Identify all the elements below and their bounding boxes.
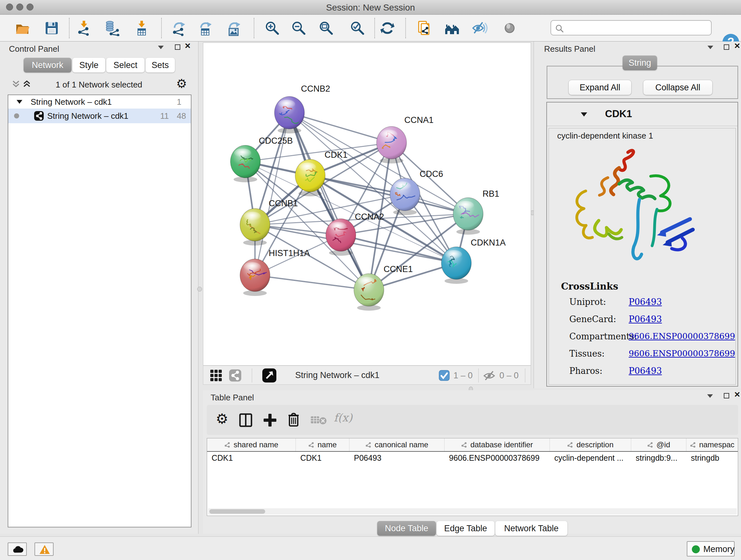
cell-description[interactable]: cyclin-dependent ... xyxy=(550,452,631,464)
zoom-out-icon[interactable] xyxy=(291,20,307,36)
column-header[interactable]: shared name xyxy=(207,438,296,451)
gene-section-header[interactable]: CDK1 xyxy=(547,103,738,126)
tab-style[interactable]: Style xyxy=(72,58,105,72)
column-header[interactable]: @id xyxy=(631,438,686,451)
search-input[interactable] xyxy=(550,20,712,36)
control-panel-float-icon[interactable] xyxy=(175,44,180,50)
results-panel-collapse-icon[interactable] xyxy=(708,46,713,49)
network-node-CCNA1[interactable]: CCNA1 xyxy=(377,115,434,164)
show-columns-icon[interactable] xyxy=(239,413,253,427)
control-panel-collapse-icon[interactable] xyxy=(158,46,164,49)
network-tree-root-row[interactable]: String Network – cdk1 1 xyxy=(8,97,191,107)
crosslink-pharos[interactable]: P06493 xyxy=(629,366,662,376)
zoom-in-icon[interactable] xyxy=(264,20,280,36)
network-canvas[interactable]: CCNB2CCNA1CDC25BCDK1CDC6RB1CCNB1CCNA2CDK… xyxy=(203,43,531,366)
network-node-CDC6[interactable]: CDC6 xyxy=(390,169,443,215)
export-network-icon[interactable] xyxy=(171,20,187,36)
export-image-icon[interactable] xyxy=(226,20,242,36)
cell-canonical-name[interactable]: P06493 xyxy=(349,452,445,464)
network-node-CCNE1[interactable]: CCNE1 xyxy=(354,264,413,311)
tab-string[interactable]: String xyxy=(623,56,657,70)
expand-all-networks-icon[interactable] xyxy=(11,79,20,89)
enhanced-graphics-icon[interactable] xyxy=(472,20,488,36)
hidden-eye-icon[interactable] xyxy=(483,370,495,381)
tab-network[interactable]: Network xyxy=(23,58,71,72)
refresh-layout-icon[interactable] xyxy=(380,20,395,36)
crosslink-genecard[interactable]: P06493 xyxy=(629,314,662,324)
function-builder-icon[interactable]: f(x) xyxy=(334,411,352,424)
crosslink-uniprot[interactable]: P06493 xyxy=(629,297,662,307)
network-node-CCNB2[interactable]: CCNB2 xyxy=(274,84,330,133)
cell-namespace[interactable]: stringdb xyxy=(686,452,738,464)
memory-button[interactable]: Memory xyxy=(687,541,735,557)
table-header-row: shared name name canonical name database… xyxy=(207,438,738,452)
results-panel-float-icon[interactable] xyxy=(724,44,729,50)
tree-expander-icon[interactable] xyxy=(16,99,23,105)
cell-name[interactable]: CDK1 xyxy=(296,452,349,464)
table-gear-icon[interactable]: ⚙ xyxy=(216,411,228,427)
control-panel-close-icon[interactable]: ✕ xyxy=(185,43,191,50)
selected-checkbox-icon[interactable] xyxy=(439,370,450,381)
string-home-icon[interactable] xyxy=(444,20,460,36)
crosslink-tissues[interactable]: 9606.ENSP00000378699 xyxy=(629,349,735,358)
column-header[interactable]: description xyxy=(550,438,631,451)
table-horizontal-scrollbar[interactable] xyxy=(208,508,737,515)
network-edge-hist1h1a-ccne1[interactable] xyxy=(255,275,369,290)
save-session-icon[interactable] xyxy=(44,20,60,36)
crosslink-compartments[interactable]: 9606.ENSP00000378699 xyxy=(629,331,735,341)
tab-node-table[interactable]: Node Table xyxy=(377,521,436,536)
table-panel-collapse-icon[interactable] xyxy=(707,394,713,398)
network-tree-selected-row[interactable]: String Network – cdk1 11 48 xyxy=(8,109,191,123)
node-label: CCNB1 xyxy=(269,199,298,208)
scrollbar-thumb[interactable] xyxy=(209,509,265,514)
gray-orb-icon[interactable] xyxy=(502,20,518,36)
network-node-CDKN1A[interactable]: CDKN1A xyxy=(441,238,506,284)
collapse-all-networks-icon[interactable] xyxy=(22,79,31,89)
import-network-file-icon[interactable] xyxy=(76,20,92,36)
column-header[interactable]: database identifier xyxy=(445,438,550,451)
network-options-gear-icon[interactable]: ⚙ xyxy=(176,77,187,91)
network-edge-ccnb2-ccne1[interactable] xyxy=(289,113,369,290)
open-session-icon[interactable] xyxy=(15,20,30,36)
network-node-CCNB1[interactable]: CCNB1 xyxy=(240,199,298,246)
left-splitter-handle[interactable] xyxy=(197,287,202,292)
column-header[interactable]: name xyxy=(296,438,349,451)
import-network-database-icon[interactable] xyxy=(105,20,121,36)
collapse-all-button[interactable]: Collapse All xyxy=(643,80,713,95)
network-graph[interactable]: CCNB2CCNA1CDC25BCDK1CDC6RB1CCNB1CCNA2CDK… xyxy=(203,43,531,365)
cell-database-identifier[interactable]: 9606.ENSP00000378699 xyxy=(445,452,550,464)
results-panel-close-icon[interactable]: ✕ xyxy=(734,43,740,50)
zoom-fit-icon[interactable] xyxy=(318,20,334,36)
delete-column-icon[interactable] xyxy=(286,413,300,427)
network-node-HIST1H1A[interactable]: HIST1H1A xyxy=(240,248,310,296)
tab-sets[interactable]: Sets xyxy=(145,58,175,72)
cloud-button[interactable] xyxy=(8,543,27,556)
warning-button[interactable] xyxy=(35,543,54,556)
expand-all-button[interactable]: Expand All xyxy=(568,80,631,95)
string-document-icon[interactable] xyxy=(416,20,432,36)
cell-shared-name[interactable]: CDK1 xyxy=(207,452,296,464)
table-panel-close-icon[interactable]: ✕ xyxy=(734,391,740,398)
network-node-RB1[interactable]: RB1 xyxy=(453,189,499,235)
birds-eye-view-icon[interactable] xyxy=(262,368,277,383)
tab-edge-table[interactable]: Edge Table xyxy=(436,521,495,536)
grid-view-icon[interactable] xyxy=(210,369,222,382)
delete-table-icon[interactable] xyxy=(310,415,327,425)
column-header[interactable]: namespac xyxy=(686,438,738,451)
network-edge-cdk1-rb1[interactable] xyxy=(310,176,468,214)
export-table-icon[interactable] xyxy=(197,20,213,36)
tab-select[interactable]: Select xyxy=(106,58,145,72)
network-edge-ccnb2-ccna1[interactable] xyxy=(289,113,392,143)
tab-network-table[interactable]: Network Table xyxy=(495,521,567,536)
gene-collapse-icon[interactable] xyxy=(580,111,588,117)
column-header[interactable]: canonical name xyxy=(349,438,445,451)
column-type-icon xyxy=(365,442,372,448)
table-row[interactable]: CDK1 CDK1 P06493 9606.ENSP00000378699 cy… xyxy=(207,452,738,464)
import-table-file-icon[interactable] xyxy=(134,20,150,36)
zoom-selected-icon[interactable] xyxy=(349,20,365,36)
add-column-icon[interactable] xyxy=(263,413,277,427)
memory-status-dot-icon xyxy=(692,545,700,553)
table-panel-float-icon[interactable] xyxy=(724,393,729,398)
network-view-share-icon[interactable] xyxy=(229,369,242,382)
cell-id[interactable]: stringdb:9... xyxy=(631,452,686,464)
